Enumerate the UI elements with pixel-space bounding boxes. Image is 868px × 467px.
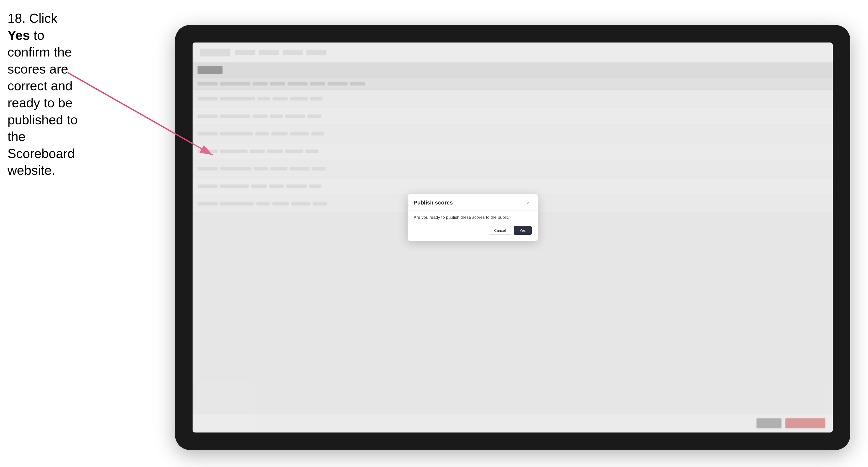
dialog-header: Publish scores ×	[408, 194, 538, 211]
tablet-screen: Publish scores × Are you ready to publis…	[192, 42, 833, 433]
dialog-body: Are you ready to publish these scores to…	[408, 211, 538, 241]
dialog-message: Are you ready to publish these scores to…	[414, 215, 532, 220]
instruction-text: 18. Click Yes to confirm the scores are …	[7, 10, 80, 179]
cancel-button[interactable]: Cancel	[489, 226, 511, 235]
tablet-device: Publish scores × Are you ready to publis…	[175, 25, 850, 450]
dialog-close-button[interactable]: ×	[525, 199, 532, 206]
publish-scores-dialog: Publish scores × Are you ready to publis…	[408, 194, 538, 241]
dialog-overlay: Publish scores × Are you ready to publis…	[192, 42, 833, 433]
yes-button[interactable]: Yes	[514, 226, 532, 235]
dialog-title: Publish scores	[414, 199, 453, 206]
dialog-actions: Cancel Yes	[414, 226, 532, 235]
